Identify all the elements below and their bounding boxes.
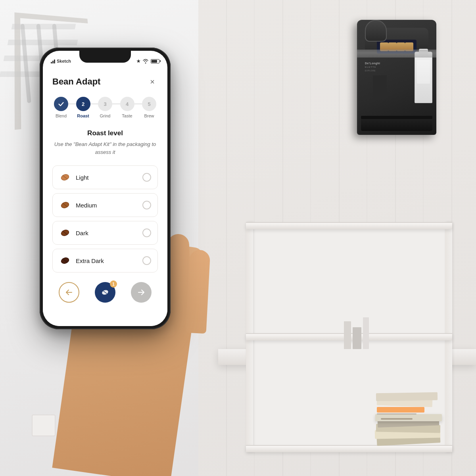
status-left: Sketch: [51, 59, 71, 63]
roast-option-left-extra-dark: Extra Dark: [59, 255, 104, 267]
roast-option-left-medium: Medium: [59, 199, 97, 211]
step-blend[interactable]: Blend: [54, 97, 68, 118]
bean-icon-light: [59, 171, 71, 183]
milk-container: [415, 52, 432, 103]
coffee-spout: [373, 75, 387, 99]
step-circle-roast: 2: [76, 97, 90, 111]
radio-extra-dark[interactable]: [142, 256, 151, 265]
roast-name-dark: Dark: [76, 230, 88, 236]
roast-option-extra-dark[interactable]: Extra Dark: [52, 249, 158, 273]
step-label-grind: Grind: [100, 113, 111, 118]
coffee-machine: De'Longhi ELETTA EXPLORE: [349, 12, 444, 147]
roast-option-left-dark: Dark: [59, 227, 88, 239]
bottom-nav: 1: [52, 282, 158, 303]
bean-icon-medium: [59, 199, 71, 211]
back-arrow-icon: [65, 290, 73, 295]
shelf-top: [246, 222, 452, 229]
shelf-bottom: [246, 445, 452, 452]
signal-bar-2: [52, 61, 54, 63]
roast-option-left-light: Light: [59, 171, 89, 183]
step-brew[interactable]: 5 Brew: [142, 97, 156, 118]
bean-icon-extra-dark: [59, 255, 71, 267]
roast-option-medium[interactable]: Medium: [52, 193, 158, 217]
notch: [79, 51, 131, 63]
section-title: Roast level: [52, 129, 158, 137]
radio-medium[interactable]: [142, 201, 151, 209]
step-connector-4: [134, 104, 142, 104]
step-label-taste: Taste: [122, 113, 132, 118]
radio-dark[interactable]: [142, 228, 151, 237]
phone-screen: Sketch ★: [43, 51, 167, 326]
bluetooth-icon: ★: [136, 59, 140, 64]
step-indicators: Blend 2 Roast 3: [52, 97, 158, 118]
bean-icon-dark: [59, 227, 71, 239]
battery-fill: [152, 60, 157, 63]
roast-name-extra-dark: Extra Dark: [76, 257, 104, 264]
app-header: Bean Adapt ×: [52, 76, 158, 87]
step-circle-grind: 3: [98, 97, 112, 111]
background-scene: De'Longhi ELETTA EXPLORE: [0, 0, 476, 476]
step-circle-taste: 4: [120, 97, 134, 111]
beans-badge: 1: [110, 280, 117, 288]
roast-option-dark[interactable]: Dark: [52, 221, 158, 245]
machine-base: [361, 117, 432, 131]
section-subtitle: Use the "Bean Adapt Kit" in the packagin…: [52, 140, 158, 156]
machine-logo: De'Longhi ELETTA EXPLORE: [365, 60, 393, 71]
check-icon: [58, 102, 64, 106]
roast-name-medium: Medium: [76, 202, 97, 209]
phone: Sketch ★: [40, 48, 171, 329]
bean-svg-light: [60, 172, 71, 183]
signal-bar-1: [51, 62, 52, 63]
floor-items: [32, 415, 111, 436]
silver-band: [357, 50, 436, 58]
magazine-stack: [373, 393, 444, 444]
app-title: Bean Adapt: [52, 77, 100, 87]
roast-options-list: Light: [52, 165, 158, 273]
bean-svg-medium: [60, 200, 71, 211]
step-circle-brew: 5: [142, 97, 156, 111]
beans-icon: [101, 288, 109, 297]
shelf-objects: [344, 317, 369, 349]
machine-body: De'Longhi ELETTA EXPLORE: [357, 20, 436, 135]
close-button[interactable]: ×: [147, 76, 158, 87]
step-label-brew: Brew: [144, 113, 154, 118]
step-label-blend: Blend: [56, 113, 67, 118]
app-content: Bean Adapt × Blend: [43, 68, 167, 326]
next-button[interactable]: [131, 282, 152, 303]
step-connector-3: [112, 104, 120, 104]
drip-tray: [361, 116, 432, 119]
status-right: ★: [136, 59, 159, 64]
step-connector-1: [68, 104, 76, 104]
step-grind[interactable]: 3 Grind: [98, 97, 112, 118]
step-circle-blend: [54, 97, 68, 111]
carrier-label: Sketch: [57, 59, 71, 63]
beans-button[interactable]: 1: [95, 282, 115, 303]
signal-bars: [51, 59, 55, 63]
step-connector-2: [90, 104, 98, 104]
back-button[interactable]: [59, 282, 79, 303]
step-label-roast: Roast: [77, 113, 89, 118]
step-taste[interactable]: 4 Taste: [120, 97, 134, 118]
bean-svg-dark: [60, 227, 71, 238]
signal-bar-3: [54, 60, 55, 63]
roast-name-light: Light: [76, 174, 89, 181]
radio-light[interactable]: [142, 173, 151, 182]
next-arrow-icon: [138, 290, 145, 295]
step-roast[interactable]: 2 Roast: [76, 97, 90, 118]
machine-hopper: [365, 20, 387, 42]
roast-option-light[interactable]: Light: [52, 165, 158, 189]
battery-icon: [151, 59, 159, 63]
bean-svg-extra-dark: [60, 255, 71, 266]
wifi-icon: [143, 59, 148, 63]
